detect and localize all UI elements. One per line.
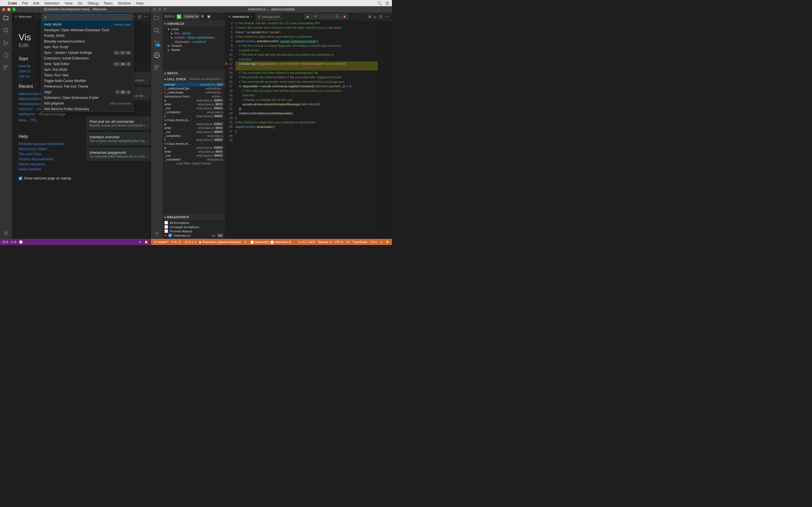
palette-item[interactable]: Align^⌘= — [41, 89, 134, 95]
menu-help[interactable]: Help — [136, 1, 144, 5]
stack-frame[interactable]: _completedwinjs.base.js — [163, 134, 225, 138]
tab-package-json[interactable]: {} package.json — [255, 12, 283, 21]
palette-item[interactable]: Toggle Multi-Cursor Modifier — [41, 78, 134, 83]
palette-item[interactable]: npm: Run Script — [41, 44, 134, 50]
menu-view[interactable]: View — [64, 1, 72, 5]
breakpoint-item[interactable]: Uncaught Exceptions — [163, 225, 225, 229]
extensions-icon[interactable] — [3, 64, 9, 71]
help-link[interactable]: Tips and Tricks — [18, 152, 78, 157]
tab-welcome[interactable]: ⧉ Welcome — [12, 12, 35, 21]
continue-button[interactable]: ▶ — [306, 15, 310, 18]
stack-frame[interactable]: enterwinjs.base.js867:1 — [163, 126, 225, 130]
learn-card[interactable]: Find and run all commandsRapidly access … — [86, 117, 151, 130]
scope-closure[interactable]: ▸Closure — [163, 44, 225, 48]
stack-frame[interactable]: cwinjs.base.js1828:1 — [163, 138, 225, 142]
palette-item[interactable]: Extensions: Open Extensions Folder — [41, 95, 134, 101]
palette-item[interactable]: Add gitignoreother commands — [41, 101, 134, 106]
scope-local[interactable]: ▾Local — [163, 27, 225, 31]
learn-card[interactable]: Interactive playgroundTry essential edit… — [86, 148, 151, 161]
settings-gear-icon[interactable] — [3, 230, 9, 237]
palette-input[interactable] — [43, 14, 132, 20]
minimize-icon[interactable] — [7, 8, 10, 11]
stack-frame[interactable]: n.Class.derive.join.i.forEach.$ — [163, 142, 225, 146]
code-editor[interactable]: 34567891011▶1213141516171819202122232425… — [225, 21, 392, 239]
var-disposable[interactable]: disposable: undefined — [163, 40, 225, 44]
stack-frame[interactable]: enterwinjs.base.js867:1 — [163, 102, 225, 106]
palette-item[interactable]: Prettify JSON — [41, 33, 134, 39]
split-icon[interactable]: ◫ — [138, 15, 141, 18]
help-link[interactable]: Product documentation — [18, 157, 78, 162]
minimap[interactable] — [378, 21, 392, 239]
gear-icon[interactable]: ⚙ — [201, 14, 206, 19]
status-bell-icon[interactable]: 🔔 — [386, 240, 390, 244]
menu-icon[interactable]: ☰ — [386, 1, 389, 5]
menu-go[interactable]: Go — [78, 1, 82, 5]
minimize-icon[interactable] — [158, 8, 161, 11]
stack-frame[interactable]: _runwinjs.base.js1083:1 — [163, 130, 225, 134]
more-icon[interactable]: ⋯ — [144, 15, 147, 18]
help-link[interactable]: Printable keyboard cheatsheet — [18, 142, 78, 147]
status-ext[interactable]: 2.9.2 — [370, 240, 377, 244]
debug-config-select[interactable]: Extensio — [183, 14, 199, 19]
step-into-button[interactable]: ↓ — [320, 15, 324, 18]
stack-frame[interactable]: (anonymous function)extHos... — [163, 94, 225, 98]
palette-item[interactable]: Hello Worldrecently used — [41, 22, 134, 27]
explorer-icon[interactable] — [3, 15, 9, 21]
extensions-icon[interactable] — [153, 64, 160, 71]
stack-frame[interactable]: activateextension.ts12:5 — [163, 82, 225, 87]
var-context[interactable]: ▸context: Object {globalState:. — [163, 36, 225, 40]
stack-frame[interactable]: cwinjs.base.js1828:1 — [163, 114, 225, 118]
stack-frame[interactable]: _runwinjs.base.js1083:1 — [163, 154, 225, 158]
stack-frame[interactable]: _completedwinjs.base.js — [163, 110, 225, 114]
more-icon[interactable]: ⋯ — [385, 15, 389, 18]
status-branch[interactable]: ⎇ master* — [153, 240, 168, 244]
load-more-frames[interactable]: Load More Stack Frames — [163, 161, 225, 165]
status-warnings[interactable]: ⚠ 0 — [11, 240, 16, 244]
help-link[interactable]: Stack Overflow — [18, 167, 78, 172]
callstack-header[interactable]: ▾CALL STACKPAUSED ON BREAKPOI... — [163, 76, 225, 82]
show-welcome-checkbox[interactable]: Show welcome page on startup — [18, 176, 78, 180]
menu-debug[interactable]: Debug — [88, 1, 98, 5]
breakpoint-item[interactable]: extension.tssrc12 — [163, 233, 225, 237]
status-smiley-icon[interactable]: ☺ — [380, 240, 383, 244]
close-icon[interactable]: × — [251, 15, 252, 18]
settings-gear-icon[interactable] — [153, 230, 160, 237]
menu-window[interactable]: Window — [118, 1, 131, 5]
recent-item[interactable]: atishay.me~/Dropbox/engage — [18, 112, 78, 117]
palette-item[interactable]: npm: Run Build — [41, 67, 134, 72]
zoom-icon[interactable] — [12, 8, 15, 11]
stack-frame[interactable]: t._callActivateextHostExte... — [163, 91, 225, 94]
help-link[interactable]: Introductory videos — [18, 147, 78, 152]
compare-icon[interactable]: ⧉ — [368, 15, 371, 18]
status-eol[interactable]: LF — [346, 240, 350, 244]
stack-frame[interactable]: _completedwinjs.base.js — [163, 158, 225, 161]
status-bell-icon[interactable]: 🔔 — [144, 240, 148, 244]
stack-frame[interactable]: enterwinjs.base.js867:1 — [163, 150, 225, 154]
menu-edit[interactable]: Edit — [33, 1, 39, 5]
status-smiley-icon[interactable]: ☺ — [139, 240, 142, 244]
console-icon[interactable]: ▣ — [207, 14, 212, 19]
search-icon[interactable] — [3, 27, 9, 34]
menu-selection[interactable]: Selection — [45, 1, 59, 5]
split-icon[interactable]: ◫ — [379, 15, 382, 18]
status-tsbuild[interactable]: ⬤ typescript | ⬤ extension.ts — [250, 240, 291, 244]
stack-frame[interactable]: gwinjs.base.js1185:1 — [163, 122, 225, 126]
learn-card[interactable]: Interface overviewGet a visual overlay h… — [86, 132, 151, 145]
palette-item[interactable]: Beautify css/sass/scss/less — [41, 39, 134, 44]
status-spaces[interactable]: Spaces: 4 — [318, 240, 332, 244]
menu-tasks[interactable]: Tasks — [103, 1, 113, 5]
zoom-icon[interactable] — [163, 8, 166, 11]
palette-item[interactable]: Add Word to Folder Dictionary — [41, 106, 134, 112]
status-debug[interactable]: ▶ Extension (allautocomplete) — [199, 240, 241, 244]
scope-global[interactable]: ▸Global — [163, 48, 225, 52]
palette-item[interactable]: Tasks: Run Task — [41, 72, 134, 78]
status-task[interactable]: ⚡ — [244, 240, 248, 244]
stack-frame[interactable]: gwinjs.base.js1185:1 — [163, 146, 225, 150]
help-link[interactable]: GitHub repository — [18, 162, 78, 167]
spotlight-icon[interactable]: 🔍 — [377, 1, 382, 5]
menu-file[interactable]: File — [22, 1, 28, 5]
scm-icon[interactable] — [3, 40, 9, 46]
stack-frame[interactable]: t._callActivateOptionalextHostExte... — [163, 87, 225, 91]
scm-icon[interactable]: 17 — [153, 40, 160, 46]
debug-icon[interactable] — [153, 52, 160, 59]
